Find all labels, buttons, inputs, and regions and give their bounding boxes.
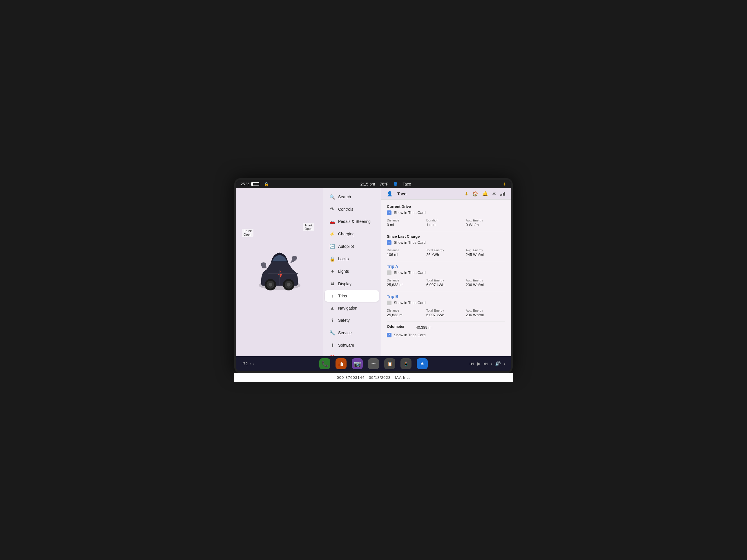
lights-icon: ✦ [329,269,335,274]
nav-item-navigation[interactable]: ▲ Navigation [325,302,379,314]
nav-item-charging[interactable]: ⚡ Charging [325,228,379,240]
battery-pct: 25 % [241,182,249,186]
chevron-right-vol[interactable]: › [504,362,505,366]
locks-icon: 🔒 [329,256,335,262]
search-icon: 🔍 [329,194,335,200]
nav-item-display[interactable]: 🖥 Display [325,278,379,290]
media-play-icon[interactable]: ▶ [477,361,481,366]
svg-point-3 [268,283,272,286]
since-last-charge-show-label: Show in Trips Card [394,240,426,245]
watermark: 000-37603144 - 09/18/2023 - IAA Inc. [234,373,513,382]
car-panel: Frunk Open Trunk Open [236,188,323,356]
nav-label-locks: Locks [338,257,349,261]
trip-a-distance: Distance 25,833 mi [387,278,426,287]
odometer-show-label: Show in Trips Card [394,333,426,337]
media-prev-icon[interactable]: ⏮ [469,361,474,366]
nav-item-service[interactable]: 🔧 Service [325,327,379,339]
nav-item-software[interactable]: ⬇ Software [325,340,379,351]
trip-a-section: Trip A Show in Trips Card Distance 25,83… [387,264,505,287]
card-button[interactable]: 📋 [384,358,395,369]
since-last-charge-checkbox[interactable]: ✓ [387,240,391,245]
trips-icon: ↕ [329,293,335,298]
media-next-icon[interactable]: ⏭ [483,361,488,366]
trunk-label: Trunk Open [303,223,314,231]
download-status-icon: ⬇ [503,182,506,186]
trip-b-section: Trip B Show in Trips Card Distance 25,83… [387,294,505,317]
divider-1 [387,231,505,231]
trip-a-title: Trip A [387,264,505,269]
current-drive-title: Current Drive [387,204,505,209]
nav-item-autopilot[interactable]: 🔄 Autopilot [325,241,379,252]
taskbar-left: -72 ‹ › [242,362,254,366]
more-button[interactable]: ••• [368,358,379,369]
nav-item-upgrades[interactable]: 🎁 Upgrades [325,352,379,356]
user-icon-status: 👤 [393,182,398,186]
trip-a-stats: Distance 25,833 mi Total Energy 6,097 kW… [387,278,505,287]
trip-b-checkbox[interactable] [387,300,391,305]
watermark-text: 000-37603144 - 09/18/2023 - IAA Inc. [337,375,410,380]
audio-button[interactable] [336,358,346,369]
software-icon: ⬇ [329,343,335,348]
nav-item-safety[interactable]: ℹ Safety [325,315,379,326]
since-last-charge-distance: Distance 106 mi [387,248,426,257]
header-username: Taco [397,191,407,196]
header-bluetooth-icon[interactable]: ✱ [492,191,496,196]
svg-rect-10 [340,363,340,366]
odometer-checkbox[interactable]: ✓ [387,333,391,338]
svg-rect-9 [339,364,339,366]
trip-a-show-label: Show in Trips Card [394,270,426,275]
bluetooth-button[interactable]: ✱ [417,358,428,369]
trip-a-total-energy: Total Energy 6,097 kWh [426,278,466,287]
header-download-icon[interactable]: ⬇ [465,191,468,196]
since-last-charge-total-energy: Total Energy 26 kWh [426,248,466,257]
svg-rect-11 [341,362,342,366]
chevron-left-icon[interactable]: ‹ [249,362,251,366]
current-drive-duration: Duration 1 min [426,218,466,227]
nav-item-lights[interactable]: ✦ Lights [325,266,379,277]
trip-a-checkbox[interactable] [387,270,391,275]
camera-button[interactable]: 📷 [352,358,363,369]
odometer-show-row[interactable]: ✓ Show in Trips Card [387,333,505,338]
nav-item-search[interactable]: 🔍 Search [325,191,379,203]
trip-b-show-row[interactable]: Show in Trips Card [387,300,505,305]
nav-label-pedals: Pedals & Steering [338,219,370,224]
taskbar-right: ⏮ ▶ ⏭ ‹ 🔊 › [469,361,505,366]
frunk-label: Frunk Open [242,229,253,237]
nav-label-navigation: Navigation [338,306,357,311]
volume-icon[interactable]: 🔊 [495,361,501,366]
current-drive-show-label: Show in Trips Card [394,210,426,215]
divider-3 [387,291,505,291]
screen-button[interactable]: 📱 [401,358,411,369]
signal-bars [500,192,505,196]
nav-item-locks[interactable]: 🔒 Locks [325,253,379,265]
header-icons: ⬇ 🏠 🔔 ✱ [465,191,505,196]
lock-icon: 🔒 [264,182,269,186]
since-last-charge-show-row[interactable]: ✓ Show in Trips Card [387,240,505,245]
trip-b-avg-energy: Avg. Energy 236 Wh/mi [466,309,505,317]
nav-item-pedals[interactable]: 🚗 Pedals & Steering [325,216,379,228]
header-home-icon[interactable]: 🏠 [472,191,478,196]
battery-area: 25 % [241,182,259,186]
charging-icon: ⚡ [329,231,335,237]
tesla-screen: 25 % 🔒 2:15 pm 76°F 👤 Taco ⬇ Frunk Open [234,178,513,373]
safety-icon: ℹ [329,318,335,323]
nav-label-display: Display [338,282,352,286]
chevron-left-vol[interactable]: ‹ [491,362,492,366]
nav-item-trips[interactable]: ↕ Trips [325,290,379,302]
divider-4 [387,321,505,321]
phone-button[interactable]: 📞 [319,358,330,369]
current-drive-show-row[interactable]: ✓ Show in Trips Card [387,210,505,215]
content-header: 👤 Taco ⬇ 🏠 🔔 ✱ [381,188,511,200]
trip-a-show-row[interactable]: Show in Trips Card [387,270,505,275]
divider-2 [387,261,505,261]
header-bell-icon[interactable]: 🔔 [482,191,488,196]
chevron-right-icon[interactable]: › [253,362,254,366]
since-last-charge-stats: Distance 106 mi Total Energy 26 kWh Avg.… [387,248,505,257]
current-drive-stats: Distance 0 mi Duration 1 min Avg. Energy… [387,218,505,227]
navigation-icon: ▲ [329,305,335,311]
nav-item-controls[interactable]: 👁 Controls [325,204,379,215]
current-drive-checkbox[interactable]: ✓ [387,210,391,215]
current-drive-avg-energy: Avg. Energy 0 Wh/mi [466,218,505,227]
car-svg [248,232,311,313]
service-icon: 🔧 [329,330,335,336]
